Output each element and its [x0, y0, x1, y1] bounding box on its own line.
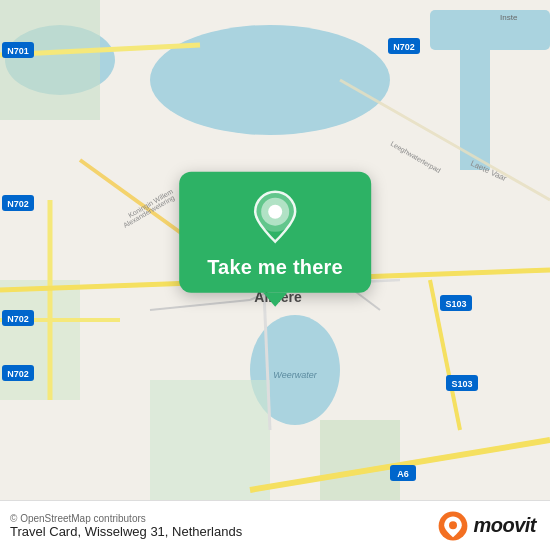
- svg-text:N702: N702: [393, 42, 415, 52]
- take-me-there-label: Take me there: [207, 256, 343, 279]
- moovit-logo[interactable]: moovit: [437, 510, 536, 542]
- svg-text:Weerwater: Weerwater: [273, 370, 317, 380]
- svg-point-1: [150, 25, 390, 135]
- moovit-brand-text: moovit: [473, 514, 536, 537]
- bottom-bar: © OpenStreetMap contributors Travel Card…: [0, 500, 550, 550]
- address-text: Travel Card, Wisselweg 31, Netherlands: [10, 524, 242, 539]
- svg-rect-4: [430, 10, 550, 50]
- card-pointer: [263, 293, 287, 307]
- svg-rect-9: [320, 420, 400, 500]
- svg-point-50: [449, 521, 457, 529]
- bottom-left: © OpenStreetMap contributors Travel Card…: [10, 513, 242, 539]
- popup-overlay[interactable]: Take me there: [179, 172, 371, 307]
- svg-text:Inste: Inste: [500, 13, 518, 22]
- svg-text:N702: N702: [7, 369, 29, 379]
- copyright-text: © OpenStreetMap contributors: [10, 513, 242, 524]
- svg-text:N701: N701: [7, 46, 29, 56]
- svg-text:N702: N702: [7, 314, 29, 324]
- map-container: N701 N702 N702 N702 N702 S103 S103 A6 Al…: [0, 0, 550, 500]
- svg-point-48: [268, 205, 282, 219]
- take-me-there-button[interactable]: Take me there: [179, 172, 371, 293]
- moovit-icon-svg: [437, 510, 469, 542]
- map-pin-icon: [251, 190, 299, 246]
- svg-rect-7: [0, 280, 80, 400]
- svg-text:N702: N702: [7, 199, 29, 209]
- svg-text:A6: A6: [397, 469, 409, 479]
- svg-rect-6: [0, 0, 100, 120]
- svg-rect-8: [150, 380, 270, 500]
- svg-text:S103: S103: [451, 379, 472, 389]
- svg-text:S103: S103: [445, 299, 466, 309]
